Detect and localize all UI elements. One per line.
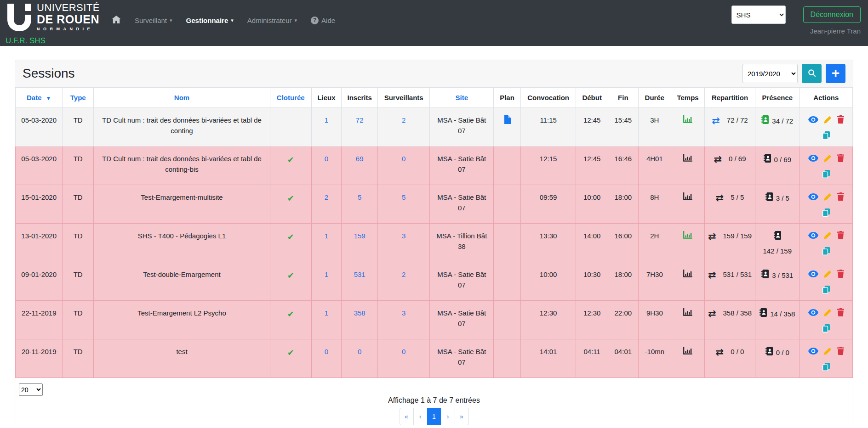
edit-button[interactable] [824, 270, 832, 281]
exchange-icon[interactable]: ⇄ [716, 193, 724, 203]
surveillants-link[interactable]: 0 [402, 348, 405, 355]
lieux-link[interactable]: 1 [325, 309, 328, 317]
delete-button[interactable] [837, 231, 844, 242]
inscrits-link[interactable]: 0 [358, 348, 361, 355]
column-header-cloturée[interactable]: Cloturée [270, 88, 311, 108]
pagination-last[interactable]: » [455, 408, 469, 425]
edit-button[interactable] [824, 154, 832, 165]
delete-button[interactable] [837, 154, 844, 165]
delete-button[interactable] [837, 115, 844, 127]
plan-file-icon[interactable] [504, 115, 511, 124]
menu-aide[interactable]: ? Aide [311, 17, 335, 24]
view-button[interactable] [808, 116, 818, 126]
menu-administrateur[interactable]: Administrateur ▾ [247, 17, 297, 24]
surveillants-link[interactable]: 2 [402, 270, 405, 278]
delete-button[interactable] [837, 270, 844, 281]
exchange-icon[interactable]: ⇄ [712, 116, 720, 125]
chart-bar-icon[interactable] [683, 231, 692, 239]
view-button[interactable] [808, 347, 818, 358]
menu-surveillant[interactable]: Surveillant ▾ [135, 17, 172, 24]
chart-bar-icon[interactable] [683, 115, 692, 123]
pagination-next[interactable]: › [441, 408, 455, 425]
duplicate-button[interactable] [822, 131, 830, 143]
surveillants-link[interactable]: 5 [402, 193, 405, 201]
exchange-icon[interactable]: ⇄ [708, 270, 716, 280]
surveillants-link[interactable]: 3 [402, 309, 405, 317]
address-book-icon[interactable] [764, 154, 771, 166]
delete-button[interactable] [837, 192, 844, 204]
exchange-icon[interactable]: ⇄ [714, 154, 722, 164]
edit-button[interactable] [824, 193, 832, 204]
edit-button[interactable] [824, 231, 832, 242]
add-session-button[interactable]: + [826, 64, 845, 83]
chart-bar-icon[interactable] [683, 347, 692, 355]
surveillants-link[interactable]: 3 [402, 232, 405, 240]
cell-inscrits: 5 [342, 185, 378, 224]
lieux-link[interactable]: 1 [325, 116, 328, 124]
inscrits-link[interactable]: 72 [356, 116, 364, 124]
inscrits-link[interactable]: 69 [356, 155, 364, 163]
edit-button[interactable] [824, 309, 832, 320]
duplicate-button[interactable] [822, 208, 830, 220]
view-button[interactable] [808, 193, 818, 203]
column-header-type[interactable]: Type [63, 88, 94, 108]
inscrits-link[interactable]: 159 [354, 232, 365, 240]
duplicate-button[interactable] [822, 170, 830, 181]
column-header-date[interactable]: Date▼ [16, 88, 63, 108]
cell-type: TD [63, 146, 94, 185]
inscrits-link[interactable]: 358 [354, 309, 365, 317]
address-book-icon[interactable] [765, 347, 773, 359]
exchange-icon[interactable]: ⇄ [716, 347, 724, 357]
chart-bar-icon[interactable] [683, 192, 692, 200]
inscrits-link[interactable]: 531 [354, 270, 365, 278]
pagination-first[interactable]: « [400, 408, 414, 425]
chevron-down-icon: ▾ [295, 18, 297, 23]
edit-button[interactable] [824, 347, 832, 358]
pagination-page-1[interactable]: 1 [427, 408, 441, 425]
surveillants-link[interactable]: 0 [402, 155, 405, 163]
view-button[interactable] [808, 231, 818, 242]
year-select[interactable]: 2019/2020 [742, 64, 798, 83]
delete-button[interactable] [837, 347, 844, 358]
view-button[interactable] [808, 309, 818, 319]
lieux-link[interactable]: 0 [325, 155, 328, 163]
address-book-icon[interactable] [761, 270, 769, 282]
exchange-icon[interactable]: ⇄ [708, 309, 716, 318]
cell-plan [494, 146, 521, 185]
trash-icon [837, 115, 844, 127]
address-book-icon[interactable] [760, 308, 767, 320]
page-size-select[interactable]: 20 [19, 383, 43, 396]
inscrits-link[interactable]: 5 [358, 193, 361, 201]
lieux-link[interactable]: 1 [325, 270, 328, 278]
chart-bar-icon[interactable] [683, 270, 692, 277]
exchange-icon[interactable]: ⇄ [708, 231, 716, 241]
lieux-link[interactable]: 2 [325, 193, 328, 201]
view-button[interactable] [808, 154, 818, 165]
edit-button[interactable] [824, 116, 832, 127]
chart-bar-icon[interactable] [683, 154, 692, 162]
home-button[interactable] [112, 16, 121, 25]
duplicate-button[interactable] [822, 363, 830, 374]
brand[interactable]: UNIVERSITÉ DE ROUEN NORMANDIE U.F.R. SHS [6, 3, 100, 45]
lieux-link[interactable]: 1 [325, 232, 328, 240]
search-button[interactable] [802, 64, 822, 83]
address-book-icon[interactable] [761, 115, 769, 127]
duplicate-button[interactable] [822, 286, 830, 297]
view-button[interactable] [808, 270, 818, 281]
address-book-icon[interactable] [765, 192, 773, 204]
address-book-icon[interactable] [774, 231, 781, 243]
delete-button[interactable] [837, 308, 844, 320]
duplicate-button[interactable] [822, 324, 830, 336]
duplicate-button[interactable] [822, 247, 830, 259]
lieux-link[interactable]: 0 [325, 348, 328, 355]
column-header-nom[interactable]: Nom [94, 88, 270, 108]
logout-button[interactable]: Déconnexion [803, 6, 861, 23]
site-select[interactable]: SHS [731, 6, 786, 24]
surveillants-link[interactable]: 2 [402, 116, 405, 124]
pagination-prev[interactable]: ‹ [413, 408, 428, 425]
session-row: 09-01-2020TDTest-double-Emargement✔15312… [16, 262, 853, 301]
menu-gestionnaire[interactable]: Gestionnaire ▾ [186, 17, 234, 24]
chart-bar-icon[interactable] [683, 308, 692, 316]
column-header-site[interactable]: Site [430, 88, 494, 108]
cell-surveillants: 3 [377, 224, 429, 262]
